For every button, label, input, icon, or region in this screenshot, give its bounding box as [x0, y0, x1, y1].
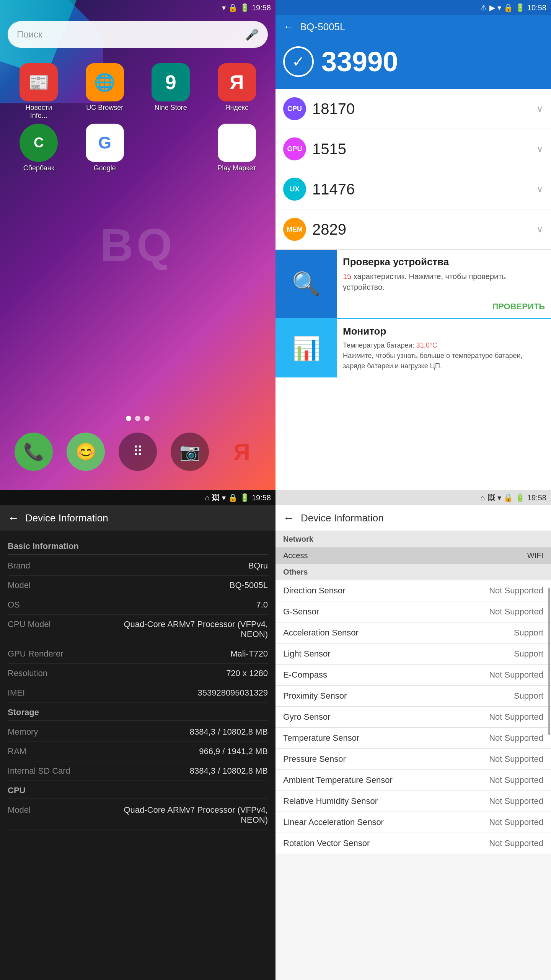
sd-label: Internal SD Card: [8, 766, 70, 776]
table-row: Ambient Temperature Sensor Not Supported: [276, 770, 551, 791]
humidity-value: Not Supported: [489, 796, 543, 806]
table-row: E-Compass Not Supported: [276, 665, 551, 686]
mem-badge: MEM: [283, 218, 306, 241]
back-button-q3[interactable]: ←: [8, 511, 19, 524]
antutu-screen: ⚠ ▶ ▾ 🔒 🔋 10:58 ← BQ-5005L ✓ 33990 CPU 1…: [276, 0, 551, 490]
table-row: Gyro Sensor Not Supported: [276, 707, 551, 728]
action-bar-q4: ← Device Information: [276, 505, 551, 531]
cpu-model2-label: Model: [8, 805, 61, 815]
table-row: Memory 8384,3 / 10802,8 MB: [8, 722, 268, 742]
monitor-text: Монитор Температура батареи: 31,0°С Нажм…: [337, 319, 551, 377]
pressure-value: Not Supported: [489, 754, 543, 764]
ambient-temp-value: Not Supported: [489, 775, 543, 785]
search-bar[interactable]: Поиск 🎤: [8, 21, 268, 48]
table-row: Rotation Vector Sensor Not Supported: [276, 833, 551, 854]
app-icon-novosti[interactable]: 📰: [20, 63, 58, 101]
battery-icon: 🔋: [240, 3, 249, 12]
imei-label: IMEI: [8, 688, 61, 698]
app-icon-google[interactable]: G: [86, 124, 124, 162]
list-item[interactable]: ▶ Play Маркет: [206, 124, 268, 172]
app-label-yandex: Яндекс: [225, 104, 248, 112]
promo-sub: 15 характеристик. Нажмите, чтобы провери…: [343, 271, 545, 292]
gallery-icon-q4: 🖼: [487, 493, 495, 502]
metric-mem[interactable]: MEM 2829 ∨: [276, 209, 551, 250]
table-row: Model BQ-5005L: [8, 576, 268, 595]
app-icon-uc[interactable]: 🌐: [86, 63, 124, 101]
ecompass-label: E-Compass: [283, 670, 327, 680]
table-row: Direction Sensor Not Supported: [276, 580, 551, 601]
app-icon-sber[interactable]: С: [20, 124, 58, 162]
dot-3[interactable]: [144, 416, 150, 421]
proximity-label: Proximity Sensor: [283, 691, 347, 701]
device-check-promo[interactable]: 🔍 Проверка устройства 15 характеристик. …: [276, 250, 551, 318]
app-icon-yandex[interactable]: Я: [218, 63, 256, 101]
chevron-down-icon: ∨: [536, 144, 543, 154]
list-item[interactable]: 9 Nine Store: [140, 63, 202, 120]
table-row: RAM 966,9 / 1941,2 MB: [8, 742, 268, 761]
table-row: Light Sensor Support: [276, 644, 551, 665]
total-score: 33990: [321, 46, 398, 77]
rotation-vector-label: Rotation Vector Sensor: [283, 838, 370, 848]
back-button-q4[interactable]: ←: [283, 511, 295, 524]
metric-cpu[interactable]: CPU 18170 ∨: [276, 89, 551, 129]
dock-camera[interactable]: 📷: [171, 433, 209, 471]
ambient-temp-label: Ambient Temperature Sensor: [283, 775, 393, 785]
basic-info-header: Basic Information: [8, 537, 268, 555]
list-item[interactable]: [140, 124, 202, 172]
temp-value: 31,0°С: [416, 341, 437, 349]
app-label-sber: Сбербанк: [23, 164, 54, 172]
model-label: Model: [8, 580, 61, 590]
check-button[interactable]: ПРОВЕРИТЬ: [337, 299, 551, 318]
mic-icon[interactable]: 🎤: [245, 28, 259, 41]
light-sensor-label: Light Sensor: [283, 649, 331, 659]
storage-header: Storage: [8, 703, 268, 721]
promo-text: Проверка устройства 15 характеристик. На…: [337, 250, 551, 299]
back-button-q2[interactable]: ←: [283, 21, 294, 33]
app-label-nine: Nine Store: [155, 104, 187, 112]
acc-sensor-value: Support: [514, 628, 543, 638]
dot-1[interactable]: [126, 416, 131, 421]
list-item[interactable]: С Сбербанк: [8, 124, 70, 172]
rotation-vector-value: Not Supported: [489, 838, 543, 848]
home-icon-q4: ⌂: [481, 493, 485, 502]
brand-label: Brand: [8, 561, 61, 571]
access-row: Access WIFI: [276, 547, 551, 564]
dot-2[interactable]: [135, 416, 140, 421]
ux-badge: UX: [283, 178, 306, 201]
resolution-value: 720 x 1280: [226, 668, 268, 678]
app-label-google: Google: [94, 164, 116, 172]
table-row: Linear Acceleration Sensor Not Supported: [276, 812, 551, 833]
monitor-promo[interactable]: 📊 Монитор Температура батареи: 31,0°С На…: [276, 318, 551, 377]
wifi-icon-q3: ▾: [222, 493, 226, 502]
metric-ux[interactable]: UX 11476 ∨: [276, 169, 551, 209]
list-item[interactable]: 📰 Новости Info...: [8, 63, 70, 120]
app-icon-nine[interactable]: 9: [152, 63, 190, 101]
app-icon-play[interactable]: ▶: [218, 124, 256, 162]
dock-phone[interactable]: 📞: [15, 433, 53, 471]
dock-yandex-browser[interactable]: Я: [223, 433, 261, 471]
signal-icon-q4: 🔒: [504, 493, 513, 502]
warning-icon: ⚠: [480, 3, 487, 12]
model-value: BQ-5005L: [230, 580, 268, 590]
metric-gpu[interactable]: GPU 1515 ∨: [276, 129, 551, 169]
scrollbar[interactable]: [548, 588, 550, 735]
promo-icon-block: 🔍: [276, 250, 337, 318]
temp-sensor-label: Temperature Sensor: [283, 733, 359, 743]
promo-count: 15: [343, 272, 351, 281]
direction-sensor-value: Not Supported: [489, 586, 543, 596]
list-item[interactable]: Я Яндекс: [206, 63, 268, 120]
app-label-uc: UC Browser: [86, 104, 123, 112]
dock-app-drawer[interactable]: ⠿: [119, 433, 157, 471]
dock-messages[interactable]: 😊: [67, 433, 105, 471]
app-grid: 📰 Новости Info... 🌐 UC Browser 9 Nine St…: [4, 59, 272, 176]
pressure-label: Pressure Sensor: [283, 754, 346, 764]
access-label: Access: [283, 551, 308, 560]
list-item[interactable]: 🌐 UC Browser: [74, 63, 136, 120]
chevron-down-icon: ∨: [536, 103, 543, 114]
memory-value: 8384,3 / 10802,8 MB: [190, 727, 268, 737]
cpu-model-label: CPU Model: [8, 619, 61, 629]
list-item[interactable]: G Google: [74, 124, 136, 172]
monitor-desc: Нажмите, чтобы узнать больше о температу…: [343, 352, 523, 370]
light-sensor-value: Support: [514, 649, 543, 659]
app-label-play: Play Маркет: [217, 164, 256, 172]
